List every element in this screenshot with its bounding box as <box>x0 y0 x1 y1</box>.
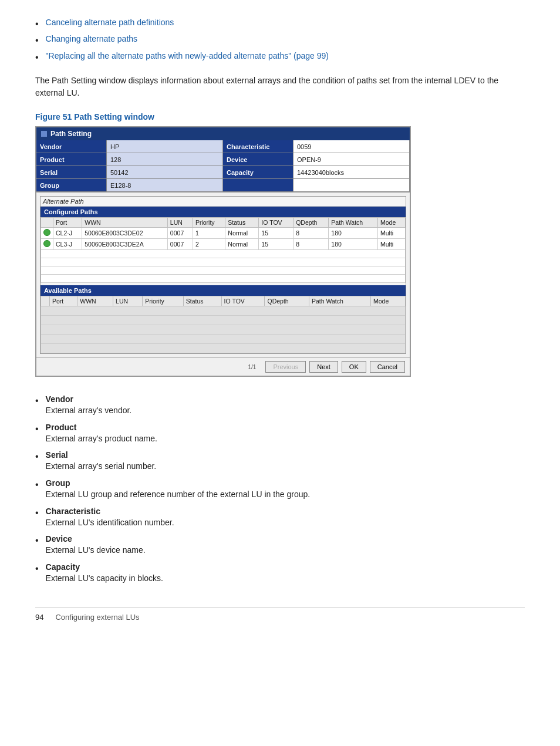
th-lun: LUN <box>167 218 193 228</box>
desc-item-4: Characteristic External LU's identificat… <box>35 507 525 529</box>
th-qdepth: QDepth <box>294 218 329 228</box>
info-right: Characteristic 0059 Device OPEN-9 Capaci… <box>223 140 410 192</box>
bullet-item-1[interactable]: Canceling alternate path definitions <box>35 18 525 31</box>
bullet-item-2[interactable]: Changing alternate paths <box>35 34 525 47</box>
avail-th-status: Status <box>183 296 221 306</box>
device-value: OPEN-9 <box>294 153 410 166</box>
configured-row-1: CL3-J 50060E8003C3DE2A 0007 2 Normal 15 … <box>41 239 406 250</box>
configured-paths-table: Port WWN LUN Priority Status IO TOV QDep… <box>41 217 406 283</box>
avail-empty-row-2 <box>41 316 406 325</box>
th-priority: Priority <box>193 218 225 228</box>
configured-row-0: CL2-J 50060E8003C3DE02 0007 1 Normal 15 … <box>41 228 406 239</box>
previous-button[interactable]: Previous <box>265 361 306 373</box>
window-title: Path Setting <box>50 130 92 138</box>
row-status: Normal <box>225 228 259 239</box>
th-port: Port <box>53 218 82 228</box>
desc-def-3: External LU group and reference number o… <box>46 489 311 501</box>
vendor-row: Vendor HP <box>36 140 223 153</box>
device-row: Device OPEN-9 <box>223 153 410 166</box>
desc-def-1: External array's product name. <box>46 433 157 445</box>
row-mode: Multi <box>378 228 406 239</box>
avail-th-priority: Priority <box>143 296 184 306</box>
desc-content-5: Device External LU's device name. <box>46 534 146 556</box>
row-iotov: 15 <box>259 239 294 250</box>
empty-value <box>294 179 410 192</box>
th-mode: Mode <box>378 218 406 228</box>
avail-empty-row-3 <box>41 325 406 335</box>
desc-term-0: Vendor <box>46 394 132 404</box>
empty-row <box>223 179 410 192</box>
window-titlebar: Path Setting <box>36 127 410 140</box>
bullet-link-1[interactable]: Canceling alternate path definitions <box>46 18 174 27</box>
desc-item-2: Serial External array's serial number. <box>35 450 525 472</box>
cfg-empty-row-0 <box>41 250 406 258</box>
desc-item-1: Product External array's product name. <box>35 423 525 445</box>
available-paths-table: Port WWN LUN Priority Status IO TOV QDep… <box>41 296 406 353</box>
avail-empty-row-1 <box>41 306 406 316</box>
row-status: Normal <box>225 239 259 250</box>
row-qdepth: 8 <box>294 239 329 250</box>
desc-term-5: Device <box>46 534 146 544</box>
description-list: Vendor External array's vendor. Product … <box>35 394 525 584</box>
vendor-value: HP <box>107 140 223 153</box>
configured-paths-title: Configured Paths <box>41 207 406 217</box>
capacity-value: 14423040blocks <box>294 166 410 179</box>
row-priority: 2 <box>193 239 225 250</box>
ok-button[interactable]: OK <box>342 361 366 373</box>
row-qdepth: 8 <box>294 228 329 239</box>
desc-term-3: Group <box>46 478 311 488</box>
desc-term-2: Serial <box>46 450 157 460</box>
desc-content-6: Capacity External LU's capacity in block… <box>46 562 163 585</box>
page-footer: 94 Configuring external LUs <box>35 607 525 622</box>
serial-label: Serial <box>36 166 107 179</box>
row-port: CL3-J <box>53 239 82 250</box>
pagination-info: 1/1 <box>41 364 256 370</box>
desc-def-4: External LU's identification number. <box>46 517 174 529</box>
configured-paths-header: Port WWN LUN Priority Status IO TOV QDep… <box>41 218 406 228</box>
cancel-button[interactable]: Cancel <box>370 361 405 373</box>
titlebar-icon <box>41 131 47 137</box>
bullet-link-2[interactable]: Changing alternate paths <box>46 34 137 43</box>
th-iotov: IO TOV <box>259 218 294 228</box>
intro-paragraph: The Path Setting window displays informa… <box>35 75 525 99</box>
group-row: Group E128-8 <box>36 179 223 192</box>
device-label: Device <box>223 153 294 166</box>
next-button[interactable]: Next <box>309 361 338 373</box>
group-label: Group <box>36 179 107 192</box>
bullet-link-3[interactable]: "Replacing all the alternate paths with … <box>46 51 329 60</box>
figure-title: Figure 51 Path Setting window <box>35 112 525 121</box>
avail-empty-row-4 <box>41 335 406 344</box>
desc-def-6: External LU's capacity in blocks. <box>46 573 163 585</box>
row-mode: Multi <box>378 239 406 250</box>
desc-content-3: Group External LU group and reference nu… <box>46 478 311 501</box>
row-priority: 1 <box>193 228 225 239</box>
intro-bullet-list: Canceling alternate path definitions Cha… <box>35 18 525 64</box>
info-left: Vendor HP Product 128 Serial 50142 Group… <box>36 140 223 192</box>
available-paths-area: Available Paths Port WWN LUN Priority St… <box>41 285 406 353</box>
green-icon <box>43 240 50 247</box>
row-wwn: 50060E8003C3DE2A <box>82 239 168 250</box>
info-grid: Vendor HP Product 128 Serial 50142 Group… <box>36 140 410 193</box>
desc-content-1: Product External array's product name. <box>46 423 157 445</box>
avail-th-wwn: WWN <box>77 296 113 306</box>
avail-th-lun: LUN <box>113 296 143 306</box>
row-icon <box>41 239 53 250</box>
desc-def-0: External array's vendor. <box>46 405 132 417</box>
alternate-path-label: Alternate Path <box>41 197 406 207</box>
bullet-item-3[interactable]: "Replacing all the alternate paths with … <box>35 51 525 64</box>
path-setting-window: Path Setting Vendor HP Product 128 Seria… <box>35 126 411 377</box>
characteristic-value: 0059 <box>294 140 410 153</box>
cfg-empty-row-1 <box>41 258 406 266</box>
alternate-path-section: Alternate Path Configured Paths Port WWN… <box>40 196 406 354</box>
desc-content-4: Characteristic External LU's identificat… <box>46 507 174 529</box>
cfg-empty-row-3 <box>41 275 406 283</box>
cfg-empty-row-2 <box>41 266 406 275</box>
row-lun: 0007 <box>167 228 193 239</box>
desc-item-0: Vendor External array's vendor. <box>35 394 525 417</box>
th-wwn: WWN <box>82 218 168 228</box>
available-paths-header: Port WWN LUN Priority Status IO TOV QDep… <box>41 296 406 306</box>
row-icon <box>41 228 53 239</box>
avail-th-port: Port <box>50 296 77 306</box>
desc-content-0: Vendor External array's vendor. <box>46 394 132 417</box>
group-value: E128-8 <box>107 179 223 192</box>
